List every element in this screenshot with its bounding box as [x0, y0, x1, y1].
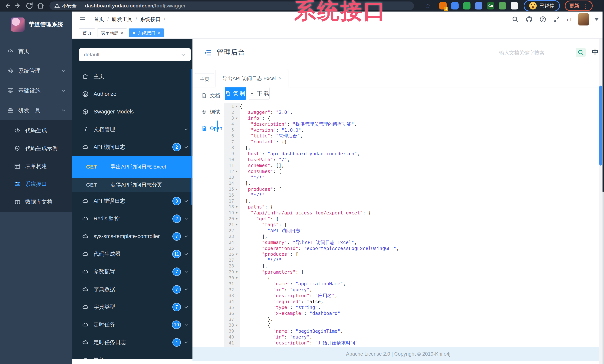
page-scrollbar-thumb[interactable]: [599, 86, 602, 165]
extension-icon[interactable]: [475, 2, 482, 10]
code-line: 38▾ {: [224, 322, 600, 328]
fold-caret-icon[interactable]: ▾: [234, 116, 239, 120]
operation-item[interactable]: GET 获得API 访问日志分页: [72, 178, 192, 192]
warning-icon: [54, 3, 60, 9]
swagger-menu-item[interactable]: 字典数据 7: [72, 280, 192, 298]
doc-nav-item[interactable]: 调试: [192, 104, 224, 120]
extension-icon[interactable]: [511, 2, 518, 10]
extension-icon[interactable]: [451, 2, 459, 10]
extension-icon[interactable]: Gn: [487, 2, 494, 10]
swagger-menu-item[interactable]: 岗位: [72, 351, 192, 359]
swagger-menu-item[interactable]: sys-sms-template-controller 7: [72, 227, 192, 245]
fold-caret-icon[interactable]: ▾: [234, 187, 239, 191]
sidebar-subitem[interactable]: 表单构建: [0, 157, 72, 175]
swagger-menu-item[interactable]: Redis 监控 2: [72, 210, 192, 227]
swagger-menu-item[interactable]: Authorize: [72, 85, 192, 103]
swagger-menu-item[interactable]: API 错误日志 3: [72, 192, 192, 210]
count-badge: 7: [172, 285, 181, 294]
extension-icon[interactable]: 1: [439, 2, 447, 10]
header-icons: tT: [512, 16, 574, 23]
cloud-icon: [82, 321, 89, 328]
hamburger-icon[interactable]: [79, 17, 86, 22]
app-logo-row[interactable]: 芋道管理系统: [0, 12, 72, 34]
sidebar-subitem[interactable]: 数据库文档: [0, 193, 72, 211]
count-badge: 2: [172, 214, 181, 223]
fold-caret-icon[interactable]: ▾: [234, 217, 239, 221]
swagger-menu-item[interactable]: 文档管理: [72, 121, 192, 138]
swagger-menu-item[interactable]: 代码生成器 11: [72, 245, 192, 263]
sidebar-item[interactable]: 首页: [0, 41, 72, 61]
doc-search-input[interactable]: 输入文档关键字搜索: [498, 46, 579, 59]
fold-caret-icon[interactable]: ▾: [234, 270, 239, 274]
http-method: GET: [86, 164, 108, 170]
sidebar-scrollbar[interactable]: [191, 69, 192, 205]
reload-icon[interactable]: [25, 2, 34, 10]
chevron-icon: [184, 323, 188, 327]
tab-export-api-log[interactable]: 导出API 访问日志 Excel ×: [215, 69, 289, 88]
browser-menu-icon[interactable]: ⋮⋮: [583, 4, 588, 8]
avatar[interactable]: [578, 13, 589, 25]
doc-nav-item[interactable]: Open: [192, 120, 224, 137]
swagger-menu-item[interactable]: Swagger Models: [72, 103, 192, 121]
collapse-menu-icon[interactable]: [204, 49, 212, 57]
sidebar-subitem[interactable]: 代码生成示例: [0, 139, 72, 157]
group-select[interactable]: default: [79, 48, 191, 61]
tag[interactable]: 表单构建 ×: [97, 28, 127, 38]
fold-caret-icon[interactable]: ▾: [234, 104, 239, 108]
language-toggle[interactable]: 中: [592, 48, 599, 57]
close-icon[interactable]: ×: [158, 30, 160, 35]
avatar-caret-icon[interactable]: [594, 18, 599, 21]
bookmark-star-icon[interactable]: ☆: [425, 2, 431, 10]
extension-icon[interactable]: [463, 2, 470, 10]
swagger-menu-item[interactable]: 定时任务日志 4: [72, 334, 192, 351]
models-icon: [82, 108, 89, 115]
sidebar-item[interactable]: 研发工具: [0, 100, 72, 120]
extension-icon[interactable]: [499, 2, 506, 10]
paused-chip[interactable]: 已暂停: [524, 0, 560, 11]
download-button[interactable]: 下 载: [249, 87, 270, 100]
tag[interactable]: 首页: [79, 28, 95, 38]
gear-icon: [7, 67, 14, 74]
swagger-menu-item[interactable]: API 访问日志 2: [72, 138, 192, 156]
sidebar-subitem[interactable]: 代码生成: [0, 122, 72, 139]
fold-caret-icon[interactable]: ▾: [234, 211, 239, 215]
sidebar-item[interactable]: 基础设施: [0, 81, 72, 100]
swagger-menu-item[interactable]: 字典类型 7: [72, 298, 192, 316]
copy-button[interactable]: 复 制: [225, 87, 246, 100]
sidebar-submenu: 代码生成 代码生成示例 表单构建 系统接口: [0, 120, 72, 213]
fold-caret-icon[interactable]: ▾: [234, 276, 239, 280]
fullscreen-icon[interactable]: [553, 16, 560, 23]
close-icon[interactable]: ×: [279, 75, 282, 81]
fold-caret-icon[interactable]: ▾: [234, 223, 239, 226]
fold-caret-icon[interactable]: ▾: [234, 205, 239, 209]
url-path: /tool/swagger: [153, 3, 186, 9]
question-icon[interactable]: [539, 16, 546, 23]
fold-caret-icon[interactable]: ▾: [234, 169, 239, 173]
search-icon[interactable]: [512, 16, 519, 23]
close-icon[interactable]: ×: [121, 30, 123, 35]
github-icon[interactable]: [526, 16, 533, 23]
search-icon[interactable]: [576, 48, 586, 57]
update-chip[interactable]: 更新 ⋮⋮: [565, 0, 593, 11]
swagger-menu-item[interactable]: 参数配置 7: [72, 263, 192, 280]
operation-item[interactable]: GET 导出API 访问日志 Excel: [72, 156, 192, 178]
fontsize-icon[interactable]: tT: [567, 16, 574, 23]
swagger-json-editor[interactable]: 1▾{2 "swagger": "2.0",3▾ "info": {4 "des…: [224, 103, 600, 347]
doc-nav-item[interactable]: 文档: [192, 88, 224, 104]
swagger-menu-item[interactable]: 主页: [72, 67, 192, 85]
sidebar-subitem[interactable]: 系统接口: [0, 175, 72, 193]
swagger-menu-item[interactable]: 定时任务 10: [72, 316, 192, 334]
chevron-icon: [184, 270, 188, 274]
fold-caret-icon[interactable]: ▾: [234, 252, 239, 256]
back-icon[interactable]: [3, 2, 11, 10]
sidebar-item[interactable]: 系统管理: [0, 61, 72, 81]
fold-caret-icon[interactable]: ▾: [234, 323, 239, 327]
doc-header: 管理后台 输入文档关键字搜索 中: [192, 39, 604, 67]
tag[interactable]: 系统接口 ×: [129, 28, 164, 38]
count-badge: 7: [172, 232, 181, 241]
tab-home[interactable]: 主页: [195, 73, 214, 85]
forward-icon[interactable]: [14, 2, 22, 10]
home-icon[interactable]: [37, 2, 45, 10]
cloud-icon: [82, 251, 89, 257]
active-nav-indicator: [217, 121, 218, 132]
